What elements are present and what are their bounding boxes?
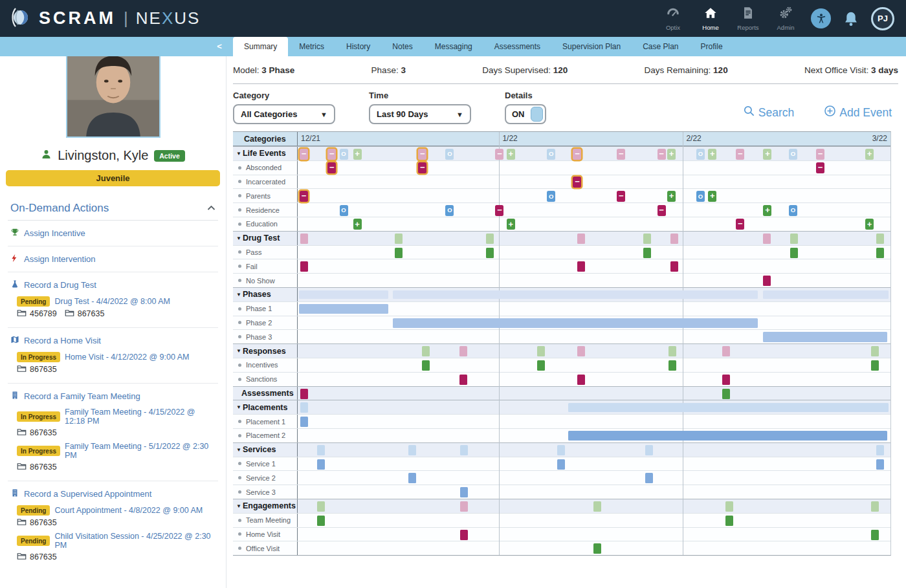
- event-marker[interactable]: [668, 346, 676, 356]
- event-marker[interactable]: [459, 375, 467, 385]
- event-marker[interactable]: [871, 530, 879, 540]
- event-marker[interactable]: [460, 530, 468, 540]
- event-marker[interactable]: +: [865, 149, 874, 160]
- event-marker[interactable]: [593, 543, 601, 554]
- event-marker[interactable]: +: [708, 149, 716, 160]
- nav-item-optix[interactable]: Optix: [657, 6, 689, 31]
- record-a-supervised-appointment-link[interactable]: Record a Supervised Appointment: [10, 486, 215, 502]
- event-marker[interactable]: O: [696, 191, 705, 202]
- event-link[interactable]: Court Appointment - 4/8/2022 @ 9:00 AM: [54, 506, 203, 515]
- event-marker[interactable]: [300, 417, 308, 427]
- event-marker[interactable]: [557, 459, 565, 470]
- tab-supervision-plan[interactable]: Supervision Plan: [551, 37, 632, 56]
- folder-reference[interactable]: 867635: [17, 462, 57, 472]
- event-marker[interactable]: [876, 234, 884, 244]
- event-marker[interactable]: [725, 501, 733, 512]
- event-marker[interactable]: [459, 346, 467, 356]
- event-marker[interactable]: +: [507, 149, 515, 160]
- event-link[interactable]: Family Team Meeting - 5/1/2022 @ 2:30 PM: [65, 442, 215, 460]
- event-marker[interactable]: −: [418, 162, 426, 173]
- event-marker[interactable]: +: [865, 219, 874, 230]
- folder-reference[interactable]: 456789: [17, 309, 57, 319]
- event-marker[interactable]: [395, 234, 403, 244]
- chevron-up-icon[interactable]: [207, 204, 215, 213]
- event-marker[interactable]: O: [445, 149, 454, 160]
- event-marker[interactable]: [790, 234, 798, 244]
- event-marker[interactable]: O: [445, 205, 454, 216]
- event-marker[interactable]: [790, 248, 798, 258]
- event-marker[interactable]: O: [547, 191, 555, 202]
- event-marker[interactable]: −: [617, 149, 625, 160]
- folder-reference[interactable]: 867635: [17, 428, 57, 438]
- event-marker[interactable]: [593, 501, 601, 512]
- row-label-life-events[interactable]: ▼Life Events: [233, 147, 298, 160]
- event-marker[interactable]: +: [667, 191, 676, 202]
- event-marker[interactable]: −: [816, 149, 824, 160]
- event-marker[interactable]: [668, 360, 676, 371]
- event-marker[interactable]: [300, 234, 308, 244]
- event-marker[interactable]: O: [789, 205, 797, 216]
- event-marker[interactable]: −: [300, 149, 308, 160]
- event-bar[interactable]: [568, 431, 888, 441]
- event-marker[interactable]: +: [708, 191, 716, 202]
- event-marker[interactable]: [763, 234, 771, 244]
- event-marker[interactable]: [537, 346, 545, 356]
- event-marker[interactable]: [643, 248, 651, 258]
- details-toggle[interactable]: ON: [505, 104, 546, 124]
- event-marker[interactable]: +: [763, 149, 771, 160]
- app-logo[interactable]: SCRAM | NEXUS: [0, 6, 200, 32]
- event-bar[interactable]: [393, 318, 757, 329]
- event-marker[interactable]: +: [353, 149, 362, 160]
- status-badge-in-progress[interactable]: In Progress: [17, 352, 60, 362]
- juvenile-banner[interactable]: Juvenile: [6, 170, 220, 186]
- row-label-engagements[interactable]: ▼Engagements: [233, 499, 298, 513]
- event-marker[interactable]: [876, 459, 884, 470]
- row-label-phases[interactable]: ▼Phases: [233, 288, 298, 301]
- event-marker[interactable]: −: [736, 219, 744, 230]
- event-marker[interactable]: [577, 234, 585, 244]
- event-marker[interactable]: [460, 487, 468, 497]
- folder-reference[interactable]: 867635: [17, 364, 57, 375]
- sidebar-collapse-button[interactable]: <: [214, 40, 225, 52]
- event-marker[interactable]: −: [495, 205, 503, 216]
- event-marker[interactable]: [422, 346, 430, 356]
- event-marker[interactable]: [722, 375, 730, 385]
- tab-messaging[interactable]: Messaging: [424, 37, 483, 56]
- folder-reference[interactable]: 867635: [17, 517, 57, 528]
- event-marker[interactable]: O: [547, 149, 555, 160]
- avatar[interactable]: PJ: [871, 7, 894, 30]
- event-bar[interactable]: [393, 290, 757, 299]
- event-marker[interactable]: [876, 445, 884, 455]
- event-marker[interactable]: O: [340, 205, 348, 216]
- event-marker[interactable]: [670, 234, 678, 244]
- event-marker[interactable]: [557, 445, 565, 455]
- tab-case-plan[interactable]: Case Plan: [632, 37, 689, 56]
- folder-reference[interactable]: 867635: [65, 309, 105, 319]
- event-marker[interactable]: [871, 360, 879, 371]
- event-marker[interactable]: [763, 276, 771, 286]
- event-marker[interactable]: −: [657, 149, 666, 160]
- event-marker[interactable]: [422, 360, 430, 371]
- row-label-services[interactable]: ▼Services: [233, 443, 298, 457]
- event-marker[interactable]: −: [816, 162, 824, 173]
- event-marker[interactable]: [577, 261, 585, 272]
- tab-metrics[interactable]: Metrics: [288, 37, 335, 56]
- tab-assessments[interactable]: Assessments: [483, 37, 551, 56]
- event-marker[interactable]: −: [327, 162, 336, 173]
- status-badge-pending[interactable]: Pending: [17, 505, 50, 516]
- row-label-responses[interactable]: ▼Responses: [233, 344, 298, 358]
- event-bar[interactable]: [568, 403, 889, 412]
- record-a-home-visit-link[interactable]: Record a Home Visit: [10, 332, 215, 349]
- time-dropdown[interactable]: Last 90 Days ▼: [369, 104, 471, 124]
- event-marker[interactable]: [670, 261, 678, 272]
- event-marker[interactable]: [317, 501, 325, 512]
- row-label-placements[interactable]: ▼Placements: [233, 400, 298, 414]
- event-link[interactable]: Home Visit - 4/12/2022 @ 9:00 AM: [65, 353, 189, 362]
- record-a-family-team-meeting-link[interactable]: Record a Family Team Meeting: [10, 388, 215, 404]
- event-marker[interactable]: −: [327, 149, 336, 160]
- search-button[interactable]: Search: [743, 105, 794, 120]
- event-marker[interactable]: [300, 402, 308, 413]
- nav-item-home[interactable]: Home: [694, 6, 727, 31]
- tab-notes[interactable]: Notes: [381, 37, 423, 56]
- event-marker[interactable]: −: [736, 149, 744, 160]
